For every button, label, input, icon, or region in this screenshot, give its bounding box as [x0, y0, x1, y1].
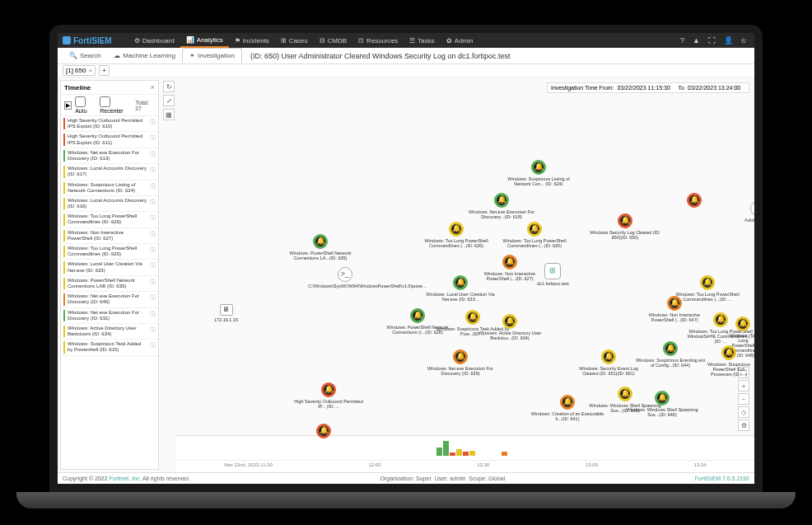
tool-layers-icon[interactable]: ▦ — [163, 109, 175, 120]
nav-tasks[interactable]: ☰Tasks — [404, 33, 440, 48]
info-icon[interactable]: ⓘ — [150, 182, 156, 190]
timeline-item[interactable]: Windows: Local Accounts Discovery (ID: 6… — [61, 196, 158, 212]
footer-company-link[interactable]: Fortinet, Inc. — [110, 476, 142, 481]
info-icon[interactable]: ⓘ — [150, 246, 156, 254]
graph-node[interactable]: 🔔 Windows: Net.exe Execution For Discove… — [423, 349, 497, 376]
info-icon[interactable]: ⓘ — [150, 118, 156, 126]
node-icon: 🔔 — [713, 312, 728, 327]
timefilter-to-input[interactable] — [688, 85, 745, 91]
nav-cases[interactable]: ⊞Cases — [275, 33, 314, 48]
help-icon[interactable]: ? — [676, 36, 688, 45]
graph-node[interactable]: 🔔 Windows: Suspicious PowerShell Sub Pro… — [703, 345, 754, 377]
graph-zoom-out-icon[interactable]: － — [738, 393, 749, 405]
close-icon[interactable]: × — [88, 67, 92, 74]
nav-admin[interactable]: ✿Admin — [441, 33, 479, 48]
graph-node[interactable]: 🔔 Windows: Security Event Log Cleared (I… — [572, 349, 646, 376]
footer-version[interactable]: FortiSIEM 7.0.0.2192 — [695, 476, 749, 481]
severity-bar — [63, 246, 65, 257]
investigation-graph[interactable]: Investigation Time From: To ⛶ ＋ － ◇ ⚙ — [176, 77, 754, 472]
graph-node[interactable]: 🖥 172.16.1.15 — [214, 304, 238, 322]
add-tab-icon[interactable]: + — [99, 65, 110, 76]
graph-node[interactable]: 🔔 Windows: Active Directory User Backdoo… — [473, 314, 547, 340]
graph-zoom-in-icon[interactable]: ＋ — [738, 380, 749, 391]
graph-node[interactable]: >_ C:\Windows\SysWOW64\WindowsPowerShell… — [308, 267, 382, 288]
timeline-item[interactable]: Windows: Local Accounts Discovery (ID: 6… — [61, 164, 158, 180]
timeline-item-text: Windows: Local User Creation Via Net.exe… — [68, 261, 147, 273]
severity-bar — [63, 341, 65, 353]
info-icon[interactable]: ⓘ — [150, 150, 156, 158]
graph-settings-icon[interactable]: ⚙ — [738, 420, 749, 431]
bottom-timeline-chart[interactable]: Mar 22nd, 2023 11:3012:0012:3013:0013:24 — [176, 435, 754, 472]
breadcrumb-chip[interactable]: [1] 650 × — [63, 65, 96, 76]
info-icon[interactable]: ⓘ — [150, 326, 156, 334]
info-icon[interactable]: ⓘ — [150, 134, 156, 142]
brand-logo[interactable]: FortiSIEM — [63, 36, 112, 45]
timeline-item[interactable]: Windows: Active Directory User Backdoors… — [61, 324, 158, 340]
severity-bar — [63, 213, 65, 225]
logout-icon[interactable]: ⎋ — [737, 36, 749, 45]
timeline-item[interactable]: Windows: Local User Creation Via Net.exe… — [61, 260, 158, 275]
node-icon: 🔔 — [601, 349, 616, 364]
info-icon[interactable]: ⓘ — [150, 166, 156, 174]
subtab-investigation[interactable]: ⚭Investigation — [182, 48, 242, 63]
severity-bar — [63, 326, 65, 337]
graph-node[interactable]: 🔔 High Severity Outbound Permitted IP...… — [292, 382, 366, 409]
info-icon[interactable]: ⓘ — [150, 198, 156, 206]
graph-node[interactable]: 👤 Administrator — [744, 201, 754, 223]
nav-analytics[interactable]: 📊Analytics — [180, 33, 229, 48]
timeline-item[interactable]: High Severity Outbound Permitted IPS Exp… — [61, 132, 158, 148]
tool-expand-icon[interactable]: ⤢ — [163, 95, 175, 106]
subtab-ml[interactable]: ☁Machine Learning — [107, 48, 182, 63]
timeline-item[interactable]: Windows: PowerShell Network Connections … — [61, 276, 158, 292]
timeline-close-icon[interactable]: × — [151, 83, 155, 91]
info-icon[interactable]: ⓘ — [150, 278, 156, 286]
timeline-item[interactable]: Windows: Suspicious Task Added by Powers… — [61, 340, 158, 355]
graph-node[interactable]: 🔔 Windows Security Log Cleared (ID: 650)… — [588, 213, 662, 240]
timeline-play-button[interactable]: ▶ — [64, 101, 72, 110]
info-icon[interactable]: ⓘ — [150, 230, 156, 238]
timeline-item[interactable]: Windows: Too Long PowerShell Commandline… — [61, 244, 158, 260]
nav-dashboard[interactable]: ⚙Dashboard — [128, 33, 180, 48]
fullscreen-icon[interactable]: ⛶ — [704, 36, 720, 45]
timefilter-to-label: To — [679, 85, 684, 91]
subtab-search[interactable]: 🔍Search — [63, 48, 107, 63]
nav-resources[interactable]: ⊡Resources — [352, 33, 404, 48]
timeline-recenter-checkbox[interactable]: Recenter — [100, 96, 132, 114]
timefilter-from-input[interactable] — [618, 85, 675, 91]
severity-bar — [63, 134, 65, 145]
graph-node[interactable]: 🔔 Windows: Net.exe Execution For Discove… — [464, 193, 539, 219]
graph-node[interactable]: 🔔 Windows: Too Long PowerShell Commandli… — [497, 222, 572, 248]
timeline-item[interactable]: Windows: Net.exe Execution For Discovery… — [61, 308, 158, 324]
graph-layout-icon[interactable]: ◇ — [738, 406, 749, 418]
timeline-item[interactable]: High Severity Outbound Permitted IPS Exp… — [61, 116, 158, 132]
user-icon[interactable]: 👤 — [720, 36, 737, 45]
nav-cmdb[interactable]: ⊟CMDB — [314, 33, 353, 48]
nav-incidents[interactable]: ⚑Incidents — [229, 33, 275, 48]
info-icon[interactable]: ⓘ — [150, 293, 156, 302]
graph-node[interactable]: 🔔 Windows: Too Long PowerShell Commandli… — [419, 222, 493, 248]
alert-icon[interactable]: ▲ — [688, 36, 704, 45]
severity-bar — [63, 278, 65, 289]
timeline-auto-checkbox[interactable]: Auto — [75, 96, 96, 114]
info-icon[interactable]: ⓘ — [150, 261, 156, 270]
timeline-item[interactable]: Windows: Too Long PowerShell Commandline… — [61, 212, 158, 227]
info-icon[interactable]: ⓘ — [150, 213, 156, 222]
graph-node[interactable]: 🔔 — [316, 424, 331, 440]
graph-node[interactable]: 🔔 Windows: Windows Shell Spawning Sus...… — [625, 391, 699, 417]
tool-refresh-icon[interactable]: ↻ — [163, 81, 175, 92]
time-filter: Investigation Time From: To — [547, 82, 749, 93]
page-title: (ID: 650) User Administrator Cleared Win… — [250, 52, 511, 60]
info-icon[interactable]: ⓘ — [150, 341, 156, 349]
timeline-item[interactable]: Windows: Non Interactive PowerShell (ID:… — [61, 228, 158, 244]
node-label: Windows Security Log Cleared (ID: 650)(I… — [588, 230, 662, 240]
info-icon[interactable]: ⓘ — [150, 310, 156, 318]
timeline-item[interactable]: Windows: Suspicious Listing of Network C… — [61, 180, 158, 196]
graph-node[interactable]: 🔔 Windows: Suspicious Listing of Network… — [502, 160, 576, 186]
graph-node[interactable]: 🔔 Windows: PowerShell Network Connection… — [283, 234, 357, 260]
timeline-item[interactable]: Windows: Net.exe Execution For Discovery… — [61, 292, 158, 307]
severity-bar — [63, 150, 65, 162]
graph-node[interactable]: 🔔 — [687, 193, 702, 209]
graph-node[interactable]: 🔔 Windows: Local User Creation Via Net.e… — [423, 275, 497, 302]
brain-icon: ☁ — [114, 52, 120, 59]
timeline-item[interactable]: Windows: Net.exe Execution For Discovery… — [61, 148, 158, 164]
